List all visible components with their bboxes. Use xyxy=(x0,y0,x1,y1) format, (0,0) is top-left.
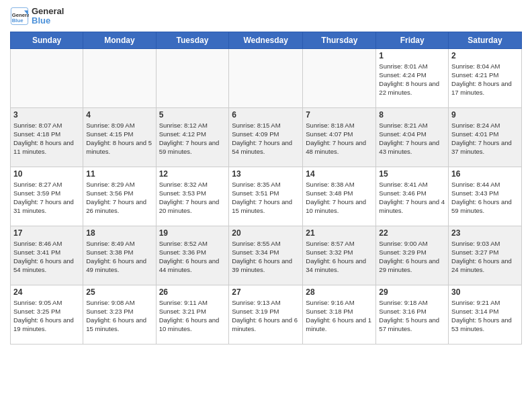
weekday-header-saturday: Saturday xyxy=(449,32,522,48)
calendar-cell: 4Sunrise: 8:09 AM Sunset: 4:15 PM Daylig… xyxy=(83,107,156,167)
day-number: 1 xyxy=(379,51,445,60)
calendar-cell: 2Sunrise: 8:04 AM Sunset: 4:21 PM Daylig… xyxy=(449,48,522,107)
logo-icon: General Blue xyxy=(10,7,29,26)
calendar-cell: 30Sunrise: 9:21 AM Sunset: 3:14 PM Dayli… xyxy=(449,285,522,344)
week-row-4: 17Sunrise: 8:46 AM Sunset: 3:41 PM Dayli… xyxy=(11,226,522,285)
day-info: Sunrise: 8:27 AM Sunset: 3:59 PM Dayligh… xyxy=(13,180,80,216)
day-info: Sunrise: 9:08 AM Sunset: 3:23 PM Dayligh… xyxy=(86,298,152,334)
day-info: Sunrise: 8:07 AM Sunset: 4:18 PM Dayligh… xyxy=(13,121,80,156)
week-row-2: 3Sunrise: 8:07 AM Sunset: 4:18 PM Daylig… xyxy=(11,107,522,167)
day-number: 18 xyxy=(86,228,152,238)
day-info: Sunrise: 9:11 AM Sunset: 3:21 PM Dayligh… xyxy=(159,298,226,334)
day-info: Sunrise: 9:16 AM Sunset: 3:18 PM Dayligh… xyxy=(306,298,373,334)
calendar-cell: 1Sunrise: 8:01 AM Sunset: 4:24 PM Daylig… xyxy=(376,48,449,107)
calendar-cell: 26Sunrise: 9:11 AM Sunset: 3:21 PM Dayli… xyxy=(156,285,229,344)
day-info: Sunrise: 9:21 AM Sunset: 3:14 PM Dayligh… xyxy=(451,298,519,334)
day-info: Sunrise: 8:46 AM Sunset: 3:41 PM Dayligh… xyxy=(13,239,80,275)
day-info: Sunrise: 8:12 AM Sunset: 4:12 PM Dayligh… xyxy=(159,121,226,156)
calendar-cell: 16Sunrise: 8:44 AM Sunset: 3:43 PM Dayli… xyxy=(449,167,522,226)
day-info: Sunrise: 8:29 AM Sunset: 3:56 PM Dayligh… xyxy=(86,180,152,216)
day-number: 14 xyxy=(306,169,373,179)
calendar-cell: 14Sunrise: 8:38 AM Sunset: 3:48 PM Dayli… xyxy=(303,167,376,226)
day-number: 6 xyxy=(232,110,300,120)
day-info: Sunrise: 8:32 AM Sunset: 3:53 PM Dayligh… xyxy=(159,180,226,216)
day-info: Sunrise: 8:55 AM Sunset: 3:34 PM Dayligh… xyxy=(232,239,300,275)
calendar-cell xyxy=(303,48,376,107)
day-number: 29 xyxy=(379,287,445,297)
day-info: Sunrise: 8:24 AM Sunset: 4:01 PM Dayligh… xyxy=(451,121,519,156)
page: General Blue General Blue SundayMondayTu… xyxy=(0,0,532,411)
day-number: 5 xyxy=(159,110,226,120)
day-number: 9 xyxy=(451,110,519,120)
day-number: 12 xyxy=(159,169,226,179)
day-number: 10 xyxy=(13,169,80,179)
day-number: 2 xyxy=(451,51,519,60)
day-number: 11 xyxy=(86,169,152,179)
day-info: Sunrise: 8:49 AM Sunset: 3:38 PM Dayligh… xyxy=(86,239,152,275)
day-info: Sunrise: 8:52 AM Sunset: 3:36 PM Dayligh… xyxy=(159,239,226,275)
weekday-header-tuesday: Tuesday xyxy=(156,32,229,48)
day-info: Sunrise: 8:57 AM Sunset: 3:32 PM Dayligh… xyxy=(306,239,373,275)
calendar-cell: 20Sunrise: 8:55 AM Sunset: 3:34 PM Dayli… xyxy=(229,226,303,285)
calendar-cell: 29Sunrise: 9:18 AM Sunset: 3:16 PM Dayli… xyxy=(376,285,449,344)
day-number: 25 xyxy=(86,287,152,297)
day-number: 8 xyxy=(379,110,445,120)
calendar-cell: 7Sunrise: 8:18 AM Sunset: 4:07 PM Daylig… xyxy=(303,107,376,167)
calendar-cell: 27Sunrise: 9:13 AM Sunset: 3:19 PM Dayli… xyxy=(229,285,303,344)
day-info: Sunrise: 8:41 AM Sunset: 3:46 PM Dayligh… xyxy=(379,180,445,216)
day-number: 23 xyxy=(451,228,519,238)
calendar-cell: 15Sunrise: 8:41 AM Sunset: 3:46 PM Dayli… xyxy=(376,167,449,226)
day-number: 21 xyxy=(306,228,373,238)
calendar-cell: 22Sunrise: 9:00 AM Sunset: 3:29 PM Dayli… xyxy=(376,226,449,285)
day-info: Sunrise: 9:18 AM Sunset: 3:16 PM Dayligh… xyxy=(379,298,445,334)
day-number: 19 xyxy=(159,228,226,238)
calendar-cell: 10Sunrise: 8:27 AM Sunset: 3:59 PM Dayli… xyxy=(11,167,83,226)
day-info: Sunrise: 8:04 AM Sunset: 4:21 PM Dayligh… xyxy=(451,62,519,97)
calendar-cell: 25Sunrise: 9:08 AM Sunset: 3:23 PM Dayli… xyxy=(83,285,156,344)
day-number: 27 xyxy=(232,287,300,297)
day-number: 15 xyxy=(379,169,445,179)
week-row-1: 1Sunrise: 8:01 AM Sunset: 4:24 PM Daylig… xyxy=(11,48,522,107)
calendar-cell xyxy=(229,48,303,107)
day-number: 13 xyxy=(232,169,300,179)
day-info: Sunrise: 8:38 AM Sunset: 3:48 PM Dayligh… xyxy=(306,180,373,216)
day-info: Sunrise: 9:00 AM Sunset: 3:29 PM Dayligh… xyxy=(379,239,445,275)
day-info: Sunrise: 8:09 AM Sunset: 4:15 PM Dayligh… xyxy=(86,121,152,156)
day-info: Sunrise: 9:03 AM Sunset: 3:27 PM Dayligh… xyxy=(451,239,519,275)
calendar-cell: 21Sunrise: 8:57 AM Sunset: 3:32 PM Dayli… xyxy=(303,226,376,285)
day-number: 3 xyxy=(13,110,80,120)
day-info: Sunrise: 8:01 AM Sunset: 4:24 PM Dayligh… xyxy=(379,62,445,97)
day-number: 30 xyxy=(451,287,519,297)
calendar-cell: 9Sunrise: 8:24 AM Sunset: 4:01 PM Daylig… xyxy=(449,107,522,167)
logo-text: General Blue xyxy=(32,7,64,26)
calendar-cell: 18Sunrise: 8:49 AM Sunset: 3:38 PM Dayli… xyxy=(83,226,156,285)
calendar-cell: 5Sunrise: 8:12 AM Sunset: 4:12 PM Daylig… xyxy=(156,107,229,167)
day-info: Sunrise: 8:21 AM Sunset: 4:04 PM Dayligh… xyxy=(379,121,445,156)
weekday-header-monday: Monday xyxy=(83,32,156,48)
day-info: Sunrise: 8:18 AM Sunset: 4:07 PM Dayligh… xyxy=(306,121,373,156)
calendar-cell: 28Sunrise: 9:16 AM Sunset: 3:18 PM Dayli… xyxy=(303,285,376,344)
calendar-cell: 12Sunrise: 8:32 AM Sunset: 3:53 PM Dayli… xyxy=(156,167,229,226)
calendar-cell: 24Sunrise: 9:05 AM Sunset: 3:25 PM Dayli… xyxy=(11,285,83,344)
week-row-3: 10Sunrise: 8:27 AM Sunset: 3:59 PM Dayli… xyxy=(11,167,522,226)
calendar-cell: 23Sunrise: 9:03 AM Sunset: 3:27 PM Dayli… xyxy=(449,226,522,285)
calendar-cell: 6Sunrise: 8:15 AM Sunset: 4:09 PM Daylig… xyxy=(229,107,303,167)
svg-text:Blue: Blue xyxy=(12,17,24,24)
day-number: 20 xyxy=(232,228,300,238)
calendar-cell xyxy=(11,48,83,107)
day-number: 22 xyxy=(379,228,445,238)
calendar: SundayMondayTuesdayWednesdayThursdayFrid… xyxy=(10,32,522,345)
calendar-cell: 3Sunrise: 8:07 AM Sunset: 4:18 PM Daylig… xyxy=(11,107,83,167)
calendar-cell: 8Sunrise: 8:21 AM Sunset: 4:04 PM Daylig… xyxy=(376,107,449,167)
day-number: 17 xyxy=(13,228,80,238)
day-number: 16 xyxy=(451,169,519,179)
header: General Blue General Blue xyxy=(10,7,522,26)
weekday-header-thursday: Thursday xyxy=(303,32,376,48)
day-info: Sunrise: 8:15 AM Sunset: 4:09 PM Dayligh… xyxy=(232,121,300,156)
logo: General Blue General Blue xyxy=(10,7,64,26)
day-info: Sunrise: 9:13 AM Sunset: 3:19 PM Dayligh… xyxy=(232,298,300,334)
weekday-header-friday: Friday xyxy=(376,32,449,48)
calendar-cell xyxy=(156,48,229,107)
day-number: 4 xyxy=(86,110,152,120)
day-number: 28 xyxy=(306,287,373,297)
